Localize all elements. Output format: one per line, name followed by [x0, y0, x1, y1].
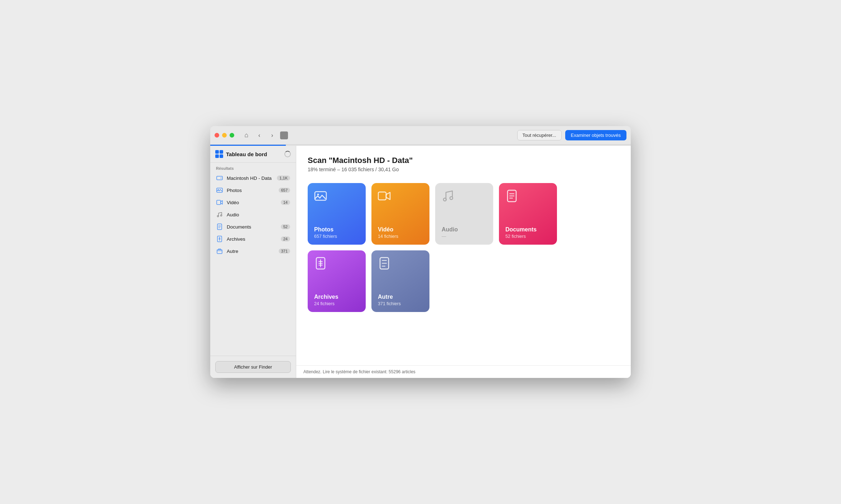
photos-icon — [216, 187, 223, 194]
card-documents[interactable]: Documents 52 fichiers — [499, 183, 557, 245]
svg-point-6 — [221, 215, 222, 216]
sidebar-item-macintosh[interactable]: Macintosh HD - Data 1,1K — [210, 172, 296, 184]
card-other-count: 371 fichiers — [378, 301, 423, 306]
show-in-finder-button[interactable]: Afficher sur Finder — [215, 361, 291, 373]
card-photos-icon — [314, 189, 359, 205]
scan-title: Scan "Macintosh HD - Data" — [308, 156, 619, 165]
svg-point-3 — [218, 189, 218, 190]
card-other-icon — [378, 257, 423, 273]
card-audio-label: Audio — [442, 226, 487, 233]
card-archives-label: Archives — [314, 294, 359, 300]
sidebar-item-macintosh-badge: 1,1K — [277, 176, 290, 181]
sidebar-item-photos-badge: 657 — [279, 188, 290, 193]
dashboard-icon — [215, 150, 223, 158]
sidebar-item-archives-label: Archives — [227, 236, 277, 242]
card-photos-label: Photos — [314, 226, 359, 233]
progress-fill — [210, 145, 286, 146]
other-icon — [216, 248, 223, 255]
close-button[interactable] — [215, 133, 219, 138]
card-archives-count: 24 fichiers — [314, 301, 359, 306]
audio-icon — [216, 211, 223, 218]
svg-rect-9 — [217, 250, 222, 254]
sidebar-item-archives-badge: 24 — [281, 236, 290, 241]
maximize-button[interactable] — [230, 133, 234, 138]
status-bar: Attendez. Lire le système de fichier exi… — [296, 365, 631, 378]
sidebar-item-video[interactable]: Vidéo 14 — [210, 196, 296, 208]
progress-bar — [210, 145, 631, 146]
card-documents-icon — [505, 189, 551, 205]
card-audio-count: — — [442, 234, 487, 239]
loading-spinner — [284, 151, 291, 157]
sidebar-item-audio[interactable]: Audio — [210, 208, 296, 221]
card-documents-label: Documents — [505, 226, 551, 233]
card-other[interactable]: Autre 371 fichiers — [371, 250, 429, 312]
sidebar-item-other[interactable]: Autre 371 — [210, 245, 296, 257]
documents-icon — [216, 223, 223, 230]
titlebar: ⌂ ‹ › Tout récupérer... Examiner objets … — [210, 126, 631, 145]
archives-icon — [216, 235, 223, 243]
main-layout: Tableau de bord Résultats Macintosh HD -… — [210, 146, 631, 378]
sidebar-item-photos[interactable]: Photos 657 — [210, 184, 296, 196]
sidebar-item-archives[interactable]: Archives 24 — [210, 233, 296, 245]
sidebar-header: Tableau de bord — [210, 146, 296, 163]
svg-rect-4 — [217, 200, 221, 205]
drive-icon — [216, 174, 223, 182]
svg-point-11 — [317, 194, 319, 196]
svg-point-1 — [221, 178, 221, 178]
card-video-count: 14 fichiers — [378, 234, 423, 239]
main-window: ⌂ ‹ › Tout récupérer... Examiner objets … — [210, 126, 631, 378]
video-icon — [216, 199, 223, 206]
svg-point-5 — [217, 216, 219, 217]
card-other-label: Autre — [378, 294, 423, 300]
card-video-label: Vidéo — [378, 226, 423, 233]
sidebar-section-label: Résultats — [210, 163, 296, 172]
sidebar-item-documents[interactable]: Documents 52 — [210, 221, 296, 233]
sidebar-title: Tableau de bord — [226, 151, 282, 157]
recover-all-button[interactable]: Tout récupérer... — [517, 130, 562, 140]
sidebar-item-video-badge: 14 — [281, 200, 290, 205]
status-text: Attendez. Lire le système de fichier exi… — [303, 369, 415, 374]
sidebar-item-photos-label: Photos — [227, 188, 275, 193]
card-archives[interactable]: Archives 24 fichiers — [308, 250, 366, 312]
nav-controls: ⌂ ‹ › — [241, 130, 288, 140]
minimize-button[interactable] — [222, 133, 227, 138]
header-actions: Tout récupérer... Examiner objets trouvé… — [517, 130, 626, 140]
card-video-icon — [378, 189, 423, 205]
sidebar-item-documents-label: Documents — [227, 224, 277, 230]
scan-subtitle: 18% terminé – 16 035 fichiers / 30,41 Go — [308, 167, 619, 172]
content-area: Scan "Macintosh HD - Data" 18% terminé –… — [296, 146, 631, 378]
content-inner: Scan "Macintosh HD - Data" 18% terminé –… — [296, 146, 631, 365]
examine-button[interactable]: Examiner objets trouvés — [565, 130, 626, 140]
svg-rect-12 — [378, 192, 386, 200]
card-audio[interactable]: Audio — — [435, 183, 493, 245]
svg-point-14 — [450, 197, 453, 200]
cards-grid: Photos 657 fichiers Vidéo 14 fichiers — [308, 183, 619, 312]
svg-point-13 — [443, 198, 446, 201]
sidebar-item-macintosh-label: Macintosh HD - Data — [227, 176, 273, 181]
card-photos-count: 657 fichiers — [314, 234, 359, 239]
sidebar-bottom: Afficher sur Finder — [210, 356, 296, 378]
back-button[interactable]: ‹ — [254, 130, 264, 140]
sidebar-item-other-badge: 371 — [279, 249, 290, 254]
card-audio-icon — [442, 189, 487, 205]
sidebar-item-documents-badge: 52 — [281, 224, 290, 229]
forward-button[interactable]: › — [267, 130, 277, 140]
traffic-lights — [215, 133, 234, 138]
card-photos[interactable]: Photos 657 fichiers — [308, 183, 366, 245]
home-button[interactable]: ⌂ — [241, 130, 251, 140]
card-archives-icon — [314, 257, 359, 273]
sidebar-item-video-label: Vidéo — [227, 200, 277, 205]
sidebar-item-audio-label: Audio — [227, 212, 290, 217]
svg-rect-10 — [315, 192, 326, 200]
card-documents-count: 52 fichiers — [505, 234, 551, 239]
svg-rect-0 — [217, 176, 222, 180]
stop-button[interactable] — [280, 131, 288, 139]
sidebar-item-other-label: Autre — [227, 249, 275, 254]
sidebar: Tableau de bord Résultats Macintosh HD -… — [210, 146, 296, 378]
card-video[interactable]: Vidéo 14 fichiers — [371, 183, 429, 245]
